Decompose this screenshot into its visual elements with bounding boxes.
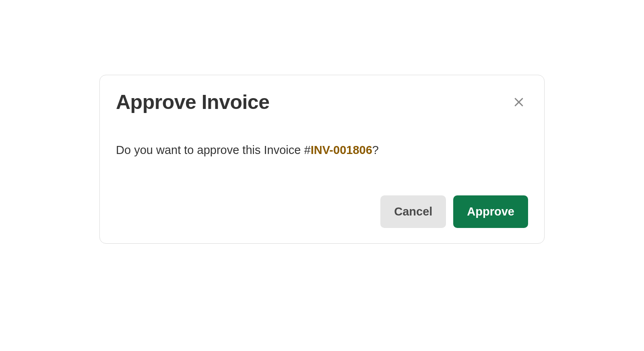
dialog-title: Approve Invoice [116, 90, 270, 114]
body-suffix: ? [372, 144, 379, 156]
body-prefix: Do you want to approve this Invoice # [116, 144, 311, 156]
dialog-footer: Cancel Approve [116, 195, 528, 228]
close-button[interactable] [510, 93, 528, 113]
approve-button[interactable]: Approve [453, 195, 528, 228]
dialog-body: Do you want to approve this Invoice #INV… [116, 144, 528, 157]
dialog-header: Approve Invoice [116, 90, 528, 114]
approve-invoice-dialog: Approve Invoice Do you want to approve t… [99, 75, 545, 244]
cancel-button[interactable]: Cancel [380, 195, 446, 228]
invoice-number: INV-001806 [311, 144, 372, 156]
close-icon [513, 96, 525, 109]
